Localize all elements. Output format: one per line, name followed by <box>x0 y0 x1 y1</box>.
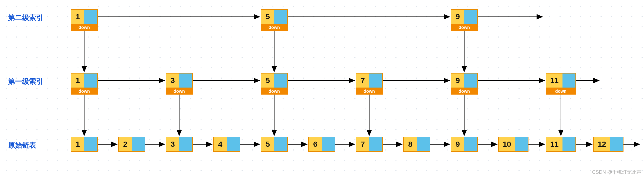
node-value: 9 <box>451 10 464 24</box>
l1-node-7: 7 <box>356 73 383 88</box>
down-label: down <box>356 88 383 95</box>
l1-node-5: 5 <box>261 73 288 88</box>
l2-node-5: 5 <box>261 9 288 24</box>
l0-node-11: 11 <box>546 137 576 152</box>
watermark: CSDN @千帆灯无此声 <box>592 169 641 175</box>
l0-node-6: 6 <box>308 137 335 152</box>
node-value: 3 <box>166 74 179 88</box>
l0-node-1: 1 <box>71 137 98 152</box>
label-level-1: 第一级索引 <box>8 77 43 86</box>
next-pointer <box>464 10 477 24</box>
next-pointer <box>84 74 97 88</box>
label-level-2: 第二级索引 <box>8 13 43 22</box>
l1-node-1: 1 <box>71 73 98 88</box>
down-label: down <box>451 24 478 31</box>
l0-node-4: 4 <box>213 137 240 152</box>
node-value: 4 <box>214 137 227 151</box>
node-value: 5 <box>261 10 274 24</box>
node-value: 12 <box>594 137 610 151</box>
next-pointer <box>132 137 145 151</box>
down-label: down <box>166 88 193 95</box>
label-level-0: 原始链表 <box>8 141 36 150</box>
l2-node-1: 1 <box>71 9 98 24</box>
node-value: 11 <box>546 137 562 151</box>
next-pointer <box>562 74 575 88</box>
down-label: down <box>71 24 98 31</box>
next-pointer <box>369 137 382 151</box>
node-value: 5 <box>261 137 274 151</box>
l1-node-9: 9 <box>451 73 478 88</box>
down-label: down <box>71 88 98 95</box>
node-value: 8 <box>404 137 417 151</box>
node-value: 9 <box>451 74 464 88</box>
node-value: 1 <box>71 137 84 151</box>
next-pointer <box>322 137 335 151</box>
node-value: 6 <box>309 137 322 151</box>
l0-node-2: 2 <box>118 137 145 152</box>
next-pointer <box>515 137 528 151</box>
node-value: 2 <box>119 137 132 151</box>
node-value: 3 <box>166 137 179 151</box>
next-pointer <box>274 10 287 24</box>
l0-node-7: 7 <box>356 137 383 152</box>
down-label: down <box>451 88 478 95</box>
l0-node-10: 10 <box>498 137 528 152</box>
node-value: 5 <box>261 74 274 88</box>
next-pointer <box>464 74 477 88</box>
down-label: down <box>261 88 288 95</box>
next-pointer <box>417 137 430 151</box>
l1-node-11: 11 <box>546 73 576 88</box>
l0-node-5: 5 <box>261 137 288 152</box>
next-pointer <box>84 137 97 151</box>
next-pointer <box>179 74 192 88</box>
l0-node-9: 9 <box>451 137 478 152</box>
node-value: 1 <box>71 10 84 24</box>
l1-node-3: 3 <box>166 73 193 88</box>
next-pointer <box>274 74 287 88</box>
next-pointer <box>610 137 623 151</box>
node-value: 1 <box>71 74 84 88</box>
l0-node-3: 3 <box>166 137 193 152</box>
next-pointer <box>227 137 240 151</box>
down-label: down <box>261 24 288 31</box>
node-value: 10 <box>499 137 515 151</box>
next-pointer <box>84 10 97 24</box>
down-label: down <box>546 88 576 95</box>
next-pointer <box>274 137 287 151</box>
next-pointer <box>179 137 192 151</box>
next-pointer <box>369 74 382 88</box>
node-value: 9 <box>451 137 464 151</box>
next-pointer <box>464 137 477 151</box>
l0-node-12: 12 <box>593 137 623 152</box>
node-value: 7 <box>356 137 369 151</box>
next-pointer <box>562 137 575 151</box>
node-value: 11 <box>546 74 562 88</box>
l2-node-9: 9 <box>451 9 478 24</box>
node-value: 7 <box>356 74 369 88</box>
l0-node-8: 8 <box>403 137 430 152</box>
